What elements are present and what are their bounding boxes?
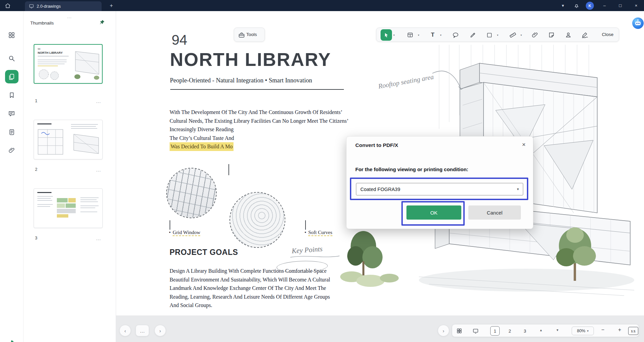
more-pages-button[interactable]: …	[136, 325, 149, 336]
zoom-value: 80%	[577, 329, 585, 333]
grid-view-button[interactable]	[456, 327, 463, 335]
attach-tool-button[interactable]	[531, 31, 539, 39]
apps-grid-button[interactable]	[5, 28, 19, 42]
para-line: And Social Groups.	[170, 301, 330, 310]
title-rule	[170, 89, 344, 90]
new-tab-button[interactable]: +	[106, 0, 116, 11]
page-button-1[interactable]: 1	[490, 326, 500, 336]
account-button[interactable]: K	[583, 0, 597, 11]
tools-label: Tools	[246, 32, 257, 37]
chevron-right-icon: ›	[159, 328, 161, 334]
shape-tool-chevron[interactable]: ▾	[497, 34, 498, 37]
page-label: 2	[35, 167, 37, 172]
bullet-icon: •	[305, 230, 306, 235]
sticker-tool-button[interactable]	[548, 31, 555, 39]
page-more-button[interactable]: …	[95, 167, 102, 173]
chevron-down-icon: ▾	[517, 187, 519, 191]
ai-robot-icon	[632, 17, 644, 29]
expand-statusbar-button[interactable]: ›	[438, 325, 449, 336]
page-button-2[interactable]: 2	[505, 326, 514, 336]
titlebar-right: ▾ K – □ ×	[556, 0, 644, 11]
thumbnails-panel-button[interactable]	[5, 70, 19, 83]
chevron-left-icon: ‹	[124, 328, 126, 334]
thumbnail-page-1[interactable]: 94 NORTH LIBRARY	[34, 44, 103, 84]
rooftop-arrow	[426, 65, 473, 99]
presentation-button[interactable]	[472, 327, 479, 335]
home-icon	[5, 3, 11, 9]
maximize-button[interactable]: □	[612, 0, 628, 11]
dialog-close-button[interactable]: ×	[521, 140, 527, 150]
page-down-button[interactable]: ▾	[557, 328, 559, 332]
para-line: The City’s Cultural Taste And	[170, 134, 349, 143]
select-tool-chevron[interactable]: ▾	[393, 34, 395, 37]
measure-tool-button[interactable]	[509, 31, 516, 39]
close-window-button[interactable]: ×	[628, 0, 644, 11]
signature-tool-button[interactable]	[581, 31, 588, 39]
zoom-in-button[interactable]: +	[618, 327, 621, 333]
pin-panel-button[interactable]	[99, 20, 105, 25]
pdf-editor-app: { "window": { "tab_title": "2.0-drawings…	[0, 0, 644, 342]
home-button[interactable]	[0, 0, 15, 11]
avatar: K	[586, 2, 594, 10]
titlebar-chevron-button[interactable]: ▾	[556, 0, 570, 11]
select-tool-button[interactable]	[381, 29, 392, 41]
document-canvas: Rooftop seating area 94 NORTH LIBRARY Pe…	[116, 11, 644, 342]
stamp-tool-button[interactable]	[565, 31, 572, 39]
document-tab[interactable]: 2.0-drawings	[25, 1, 102, 11]
bookmarks-button[interactable]	[5, 88, 19, 102]
zoom-out-button[interactable]: −	[601, 327, 604, 333]
convert-pdfx-dialog: Convert to PDF/X × For the following vie…	[346, 136, 533, 229]
fit-actual-size-button[interactable]: 1:1	[628, 327, 638, 335]
speech-bubble-icon	[452, 32, 459, 38]
highlighter-tool-button[interactable]	[469, 31, 477, 39]
thumbnail-page-3[interactable]	[34, 188, 103, 228]
thumbnails-title: Thumbnails	[30, 21, 54, 26]
thumbnail-3-preview	[34, 189, 103, 228]
page-more-button[interactable]: …	[95, 235, 102, 241]
para-line: Increasingly Diverse Reading	[170, 125, 349, 134]
text-tool-chevron[interactable]: ▾	[440, 34, 441, 37]
soft-curves-caption: •Soft Curves	[305, 230, 332, 235]
thumb-page-number: 94	[38, 48, 40, 50]
ok-button[interactable]: OK	[406, 205, 461, 220]
page-organize-button[interactable]	[5, 125, 19, 139]
app-logo-button[interactable]	[5, 336, 19, 342]
leader-line	[170, 220, 170, 230]
cursor-icon	[384, 32, 389, 38]
key-points-underline	[290, 254, 340, 259]
page-label: 3	[35, 236, 37, 240]
page-up-button[interactable]: ▴	[540, 328, 542, 332]
zoom-dropdown[interactable]: 80% ▾	[572, 327, 594, 335]
page-tools-button[interactable]	[406, 31, 414, 39]
condition-dropdown[interactable]: Coated FOGRA39 ▾	[356, 183, 523, 195]
page-label: 1	[35, 99, 37, 103]
comment-icon	[8, 110, 15, 117]
shape-tool-button[interactable]	[486, 31, 493, 39]
prev-page-float-button[interactable]: ‹	[119, 325, 131, 336]
project-goals-heading: PROJECT GOALS	[170, 248, 238, 257]
page-number-heading: 94	[172, 32, 187, 48]
paperclip-icon	[8, 147, 15, 154]
titlebar: 2.0-drawings + ▾ K – □ ×	[0, 0, 644, 11]
measure-tool-chevron[interactable]: ▾	[521, 34, 522, 37]
tools-pill[interactable]: Tools	[234, 28, 265, 42]
text-tool-button[interactable]: T	[429, 31, 436, 39]
close-tools-button[interactable]: Close	[599, 32, 617, 37]
attachments-button[interactable]	[5, 144, 19, 157]
notifications-button[interactable]	[570, 0, 583, 11]
cancel-button[interactable]: Cancel	[468, 205, 521, 220]
ai-assistant-button[interactable]	[632, 17, 644, 29]
dialog-title: Convert to PDF/X	[355, 142, 398, 148]
comment-tool-button[interactable]	[452, 31, 459, 39]
annotations-button[interactable]	[5, 107, 19, 120]
panel-drag-handle[interactable]: …	[24, 14, 116, 19]
page-more-button[interactable]: …	[95, 98, 102, 104]
page-button-3[interactable]: 3	[520, 326, 530, 336]
page-tools-chevron[interactable]: ▾	[418, 34, 419, 37]
thumbnail-row-2: 2 …	[35, 166, 102, 173]
grid-window-caption: •Grid Window	[169, 230, 200, 235]
search-button[interactable]	[5, 51, 19, 65]
thumbnail-page-2[interactable]	[34, 120, 103, 159]
minimize-button[interactable]: –	[597, 0, 612, 11]
next-page-float-button[interactable]: ›	[154, 325, 166, 336]
